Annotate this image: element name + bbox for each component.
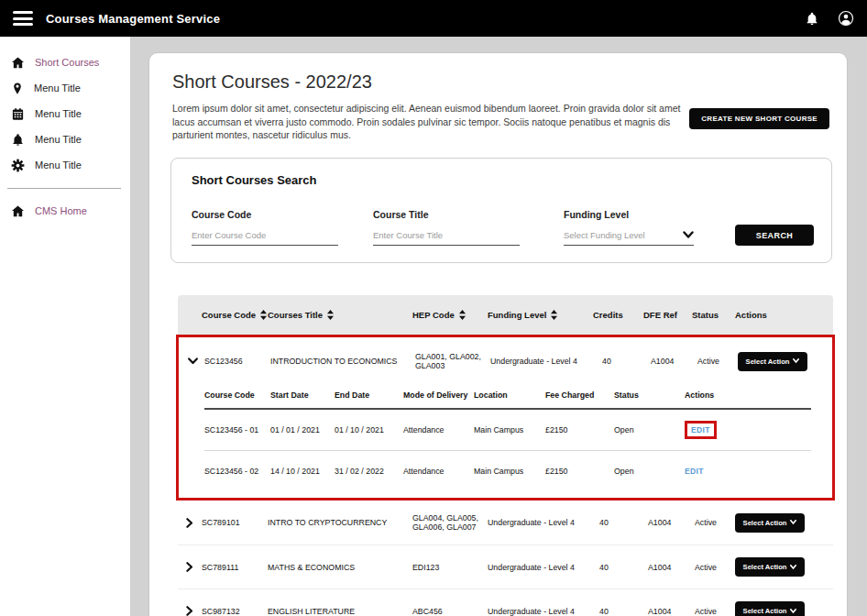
sidebar-item-cms-home[interactable]: CMS Home (0, 198, 130, 224)
cell-courses-title: INTRO TO CRYPTOCURRENCY (268, 518, 412, 527)
bell-icon (11, 133, 25, 147)
session-row: SC123456 - 01 01 / 01 / 2021 01 / 10 / 2… (204, 410, 811, 450)
cell-status: Active (692, 518, 735, 527)
cell-hep-code: GLA004, GLA005, GLA006, GLA007 (412, 513, 488, 532)
subtable-header-row: Course Code Start Date End Date Mode of … (204, 385, 811, 410)
cell-end-date: 31 / 02 / 2022 (335, 467, 403, 476)
course-code-field: Course Code (192, 209, 338, 246)
funding-level-select[interactable]: Select Funding Level (564, 230, 694, 246)
cell-mode: Attendance (403, 467, 474, 476)
column-header-funding-level[interactable]: Funding Level (488, 310, 593, 320)
session-row: SC123456 - 02 14 / 10 / 2021 31 / 02 / 2… (204, 450, 811, 490)
column-header-course-code[interactable]: Course Code (202, 310, 268, 320)
sidebar-item-label: Menu Title (35, 160, 82, 170)
expand-chevron-right-icon[interactable] (178, 562, 202, 572)
select-action-button[interactable]: Select Action (735, 557, 805, 577)
course-title-input[interactable] (373, 230, 520, 246)
table-row-expanded[interactable]: SC123456 INTRODUCTION TO ECONOMICS GLA00… (181, 339, 832, 383)
location-pin-icon (11, 82, 24, 95)
short-courses-search-panel: Short Courses Search Course Code Course … (170, 158, 832, 263)
sub-column-mode-of-delivery: Mode of Delivery (403, 390, 474, 400)
column-header-credits: Credits (593, 310, 643, 320)
sort-icon[interactable] (260, 310, 267, 320)
sidebar-item-short-courses[interactable]: Short Courses (0, 50, 130, 75)
home-icon (11, 204, 25, 218)
search-button[interactable]: SEARCH (735, 225, 814, 246)
notifications-bell-icon[interactable] (805, 11, 819, 27)
edit-link[interactable]: EDIT (691, 425, 710, 434)
cell-status: Open (614, 467, 685, 476)
select-action-button[interactable]: Select Action (738, 352, 807, 371)
cell-course-code: SC987132 (202, 607, 268, 616)
annotation-edit-highlight-box: EDIT (685, 421, 717, 439)
course-title-field: Course Title (373, 209, 520, 246)
sidebar-divider (7, 188, 121, 189)
page-title: Short Courses - 2022/23 (172, 72, 372, 93)
table-row[interactable]: SC789101 INTRO TO CRYPTOCURRENCY GLA004,… (178, 500, 833, 544)
annotation-highlight-box: SC123456 INTRODUCTION TO ECONOMICS GLA00… (176, 335, 835, 500)
funding-level-field: Funding Level Select Funding Level (564, 209, 694, 246)
sidebar-item-menu-3[interactable]: Menu Title (0, 126, 130, 152)
sort-icon[interactable] (327, 310, 334, 320)
sidebar-item-menu-2[interactable]: Menu Title (0, 101, 130, 126)
table-row[interactable]: SC789111 MATHS & ECONOMICS EDI123 Underg… (178, 544, 833, 588)
cell-start-date: 14 / 10 / 2021 (270, 467, 335, 476)
cell-status: Open (614, 425, 685, 434)
cell-dfe-ref: A1004 (643, 518, 692, 527)
expand-chevron-right-icon[interactable] (178, 606, 202, 616)
column-header-courses-title[interactable]: Courses Title (268, 310, 412, 320)
sidebar-item-label: CMS Home (35, 205, 87, 216)
select-action-button[interactable]: Select Action (735, 513, 805, 533)
sidebar-item-menu-1[interactable]: Menu Title (0, 75, 130, 101)
cell-credits: 40 (593, 563, 643, 572)
sub-column-start-date: Start Date (270, 390, 335, 400)
cell-funding-level: Undergraduate - Level 4 (488, 518, 593, 527)
cell-course-code: SC123456 (204, 357, 270, 366)
home-icon (11, 56, 25, 70)
sub-column-actions: Actions (685, 390, 811, 400)
sub-column-location: Location (474, 390, 545, 400)
collapse-chevron-down-icon[interactable] (181, 358, 204, 365)
table-row[interactable]: SC987132 ENGLISH LITERATURE ABC456 Under… (178, 588, 833, 616)
hamburger-menu-icon[interactable] (13, 11, 33, 26)
cell-funding-level: Undergraduate - Level 4 (488, 563, 593, 572)
app-title: Courses Management Service (46, 12, 220, 26)
cell-mode: Attendance (403, 425, 474, 434)
cell-courses-title: MATHS & ECONOMICS (268, 563, 412, 572)
cell-dfe-ref: A1004 (643, 563, 692, 572)
sub-column-fee-charged: Fee Charged (545, 390, 614, 400)
cell-funding-level: Undergraduate - Level 4 (490, 357, 596, 366)
column-header-status: Status (692, 310, 735, 320)
chevron-down-icon (683, 231, 694, 239)
sub-column-course-code: Course Code (204, 390, 270, 400)
content-card: Short Courses - 2022/23 Lorem ipsum dolo… (148, 52, 848, 616)
sort-icon[interactable] (551, 310, 557, 320)
chevron-down-icon (790, 520, 796, 525)
create-new-short-course-button[interactable]: CREATE NEW SHORT COURSE (689, 108, 829, 129)
expand-chevron-right-icon[interactable] (178, 518, 202, 528)
cell-hep-code: EDI123 (412, 563, 488, 572)
course-code-input[interactable] (192, 230, 338, 246)
course-code-label: Course Code (192, 209, 338, 220)
sort-icon[interactable] (459, 310, 466, 320)
edit-link[interactable]: EDIT (685, 467, 704, 476)
cell-credits: 40 (596, 357, 646, 366)
intro-text: Lorem ipsum dolor sit amet, consectetur … (172, 102, 699, 142)
user-account-icon[interactable] (838, 10, 854, 27)
cell-start-date: 01 / 01 / 2021 (270, 425, 335, 434)
cell-dfe-ref: A1004 (643, 607, 692, 616)
select-action-button[interactable]: Select Action (735, 601, 805, 616)
top-app-bar: Courses Management Service (0, 0, 867, 37)
funding-level-label: Funding Level (564, 209, 694, 220)
cell-session-code: SC123456 - 01 (204, 425, 270, 434)
cell-credits: 40 (593, 518, 643, 527)
sidebar-item-menu-4[interactable]: Menu Title (0, 152, 130, 178)
chevron-down-icon (793, 358, 799, 364)
column-header-hep-code[interactable]: HEP Code (412, 310, 488, 320)
sub-column-status: Status (614, 390, 685, 400)
cell-funding-level: Undergraduate - Level 4 (488, 607, 593, 616)
cell-dfe-ref: A1004 (646, 357, 695, 366)
cell-status: Active (695, 357, 738, 366)
cell-hep-code: GLA001, GLA002, GLA003 (415, 352, 490, 370)
sidebar-nav: Short Courses Menu Title Menu Title Menu… (0, 37, 130, 616)
